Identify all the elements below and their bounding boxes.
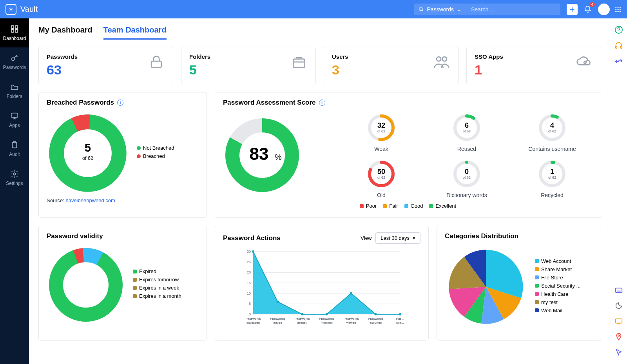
dashboard-icon — [10, 25, 19, 33]
stat-card-ssoapps[interactable]: SSO Apps 1 — [466, 47, 601, 84]
apps-grid-icon[interactable] — [614, 6, 622, 13]
svg-text:of 62: of 62 — [548, 129, 556, 133]
svg-text:Passwords: Passwords — [245, 317, 261, 321]
stat-card-passwords[interactable]: Passwords 63 — [38, 47, 173, 84]
svg-point-23 — [442, 57, 447, 61]
help-icon[interactable] — [614, 25, 623, 34]
entity-selector[interactable]: Passwords ⌄ — [414, 4, 466, 15]
stat-card-folders[interactable]: Folders 5 — [181, 47, 316, 84]
svg-text:Passwords: Passwords — [294, 317, 310, 321]
stat-label: Users — [332, 53, 348, 60]
main-content: My Dashboard Team Dashboard Passwords 63… — [29, 18, 627, 364]
sidebar-item-apps[interactable]: Apps — [0, 105, 29, 134]
svg-text:1: 1 — [550, 168, 554, 176]
pin-icon[interactable] — [614, 333, 623, 341]
stat-value: 3 — [332, 62, 348, 78]
add-button[interactable]: ＋ — [567, 4, 578, 15]
stat-card-users[interactable]: Users 3 — [324, 47, 458, 84]
svg-point-79 — [375, 313, 377, 315]
card-title-text: Categories Distribution — [445, 232, 593, 240]
sidebar-item-label: Apps — [9, 123, 20, 128]
svg-point-2 — [615, 7, 616, 8]
right-rail — [611, 18, 627, 364]
stat-value: 1 — [475, 62, 503, 78]
chevron-down-icon: ▾ — [413, 235, 415, 241]
entity-selector-label: Passwords — [427, 6, 454, 13]
score-ring[interactable]: 4 of 62 Contains username — [511, 112, 593, 152]
score-ring[interactable]: 1 of 62 Recycled — [511, 158, 593, 198]
sidebar-item-folders[interactable]: Folders — [0, 76, 29, 105]
card-breached: Breached Passwordsi 5 of 62 Not Breached… — [38, 92, 207, 218]
breached-donut: 5 of 62 — [47, 112, 129, 194]
moon-icon[interactable] — [614, 301, 623, 310]
info-icon[interactable]: i — [319, 100, 325, 106]
lock-icon — [148, 53, 165, 71]
score-donut: 83 % — [223, 116, 301, 194]
svg-text:30: 30 — [247, 250, 251, 254]
svg-point-100 — [618, 335, 620, 337]
range-selector[interactable]: Last 30 days▾ — [375, 232, 420, 244]
svg-text:25: 25 — [247, 260, 251, 264]
svg-text:Passwords: Passwords — [270, 317, 285, 321]
score-ring[interactable]: 50 of 62 Old — [341, 158, 422, 198]
sidebar-item-label: Folders — [7, 94, 22, 99]
migrate-icon[interactable] — [614, 57, 623, 65]
headphones-icon[interactable] — [614, 41, 623, 50]
sidebar-item-settings[interactable]: Settings — [0, 163, 29, 192]
stat-value: 5 — [189, 62, 210, 78]
svg-text:32: 32 — [377, 121, 385, 129]
brand-icon: ✶ — [5, 4, 16, 15]
svg-text:added: added — [273, 321, 282, 324]
svg-point-5 — [615, 9, 616, 10]
chat-icon[interactable] — [614, 317, 623, 326]
svg-text:of 62: of 62 — [377, 176, 385, 179]
svg-rect-13 — [11, 30, 14, 32]
dashboard-tabs: My Dashboard Team Dashboard — [38, 25, 601, 40]
svg-rect-96 — [616, 46, 617, 49]
svg-rect-16 — [11, 113, 18, 118]
svg-point-75 — [277, 301, 279, 303]
keyboard-icon[interactable] — [614, 286, 623, 294]
search-input[interactable] — [466, 4, 560, 15]
svg-text:4: 4 — [550, 121, 554, 129]
svg-text:Passwords: Passwords — [368, 317, 383, 321]
sidebar-item-audit[interactable]: Audit — [0, 134, 29, 163]
cursor-icon[interactable] — [614, 348, 623, 357]
validity-legend: ExpiredExpires tomorrowExpires in a week… — [133, 268, 181, 301]
card-title-text: Password validity — [47, 232, 199, 240]
avatar[interactable] — [598, 4, 610, 15]
svg-text:of 62: of 62 — [463, 176, 471, 179]
svg-text:accessed: accessed — [246, 321, 260, 324]
svg-point-74 — [252, 250, 254, 253]
sidebar-item-label: Audit — [9, 152, 20, 157]
svg-text:0: 0 — [465, 168, 469, 176]
svg-point-6 — [618, 9, 619, 10]
svg-rect-21 — [293, 59, 304, 68]
sidebar-item-dashboard[interactable]: Dashboard — [0, 18, 29, 47]
svg-text:Passwords: Passwords — [319, 317, 334, 321]
stat-label: Folders — [189, 53, 210, 60]
svg-text:Pas...: Pas... — [396, 317, 404, 321]
search-icon — [419, 7, 424, 12]
score-ring[interactable]: 6 of 62 Reused — [426, 112, 507, 152]
svg-point-7 — [620, 9, 621, 10]
svg-text:15: 15 — [247, 281, 251, 285]
svg-point-8 — [615, 11, 616, 12]
sidebar-item-passwords[interactable]: Passwords — [0, 47, 29, 76]
card-title-text: Password Actions — [223, 234, 281, 242]
monitor-icon — [10, 112, 19, 120]
info-icon[interactable]: i — [117, 100, 123, 106]
svg-point-78 — [350, 292, 352, 295]
svg-point-76 — [301, 313, 303, 315]
breached-source-link[interactable]: haveibeenpwned.com — [65, 197, 115, 203]
tab-team-dashboard[interactable]: Team Dashboard — [103, 25, 167, 40]
score-ring[interactable]: 32 of 62 Weak — [341, 112, 422, 152]
svg-text:20: 20 — [247, 270, 251, 274]
svg-text:sha...: sha... — [396, 321, 404, 324]
svg-text:10: 10 — [247, 292, 251, 295]
tab-my-dashboard[interactable]: My Dashboard — [38, 25, 92, 40]
card-title-text: Password Assessment Score — [223, 99, 316, 107]
notifications-button[interactable]: 4 — [582, 4, 593, 15]
score-ring[interactable]: 0 of 62 Dictionary words — [426, 158, 507, 198]
card-title-text: Breached Passwords — [47, 99, 114, 107]
